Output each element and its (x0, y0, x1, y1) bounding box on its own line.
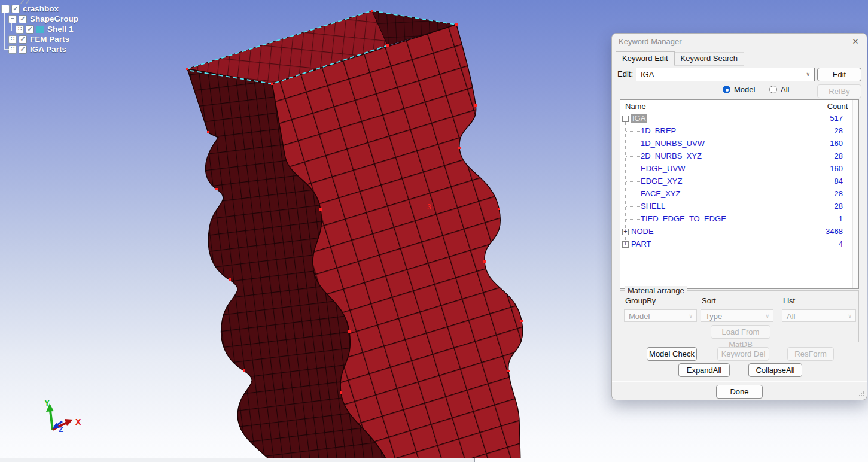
keyword-name[interactable]: IGA (631, 114, 647, 123)
close-icon[interactable]: ✕ (850, 37, 861, 47)
list-value: All (787, 312, 795, 321)
part-color-swatch[interactable] (36, 26, 44, 33)
keyword-count: 28 (835, 189, 843, 198)
viewport-3d[interactable]: 3 Y X Z −✓crashbox−✓ShapeGroup∷✓Shell 1∷… (0, 0, 868, 462)
radio-all-label: All (781, 85, 789, 94)
radio-model[interactable]: Model (723, 85, 755, 94)
keyword-row[interactable]: −IGA517 (620, 113, 852, 125)
keyword-name[interactable]: 2D_NURBS_XYZ (641, 151, 702, 160)
model-check-button[interactable]: Model Check (647, 347, 697, 361)
model-tree-item[interactable]: −✓crashbox (0, 4, 59, 14)
keyword-name[interactable]: FACE_XYZ (641, 189, 680, 198)
visibility-checkbox[interactable]: ✓ (11, 5, 20, 13)
keyword-name[interactable]: SHELL (641, 202, 665, 211)
chevron-down-icon[interactable]: ∨ (806, 68, 810, 81)
tree-connector-stub (5, 19, 9, 19)
tree-connector-stub (5, 39, 9, 39)
tree-connector-stub (12, 29, 16, 29)
collapse-expander-icon[interactable]: − (8, 15, 17, 23)
keyword-row[interactable]: 2D_NURBS_XYZ28 (620, 150, 852, 163)
tab-keyword-search[interactable]: Keyword Search (675, 52, 744, 66)
tree-dotted-stub (626, 194, 640, 194)
collapse-expander-icon[interactable]: − (1, 5, 10, 13)
model-tree-item[interactable]: −✓ShapeGroup (0, 14, 78, 24)
keyword-count: 1 (839, 214, 843, 223)
keyword-row[interactable]: EDGE_UVW160 (620, 163, 852, 175)
chevron-down-icon: ∨ (689, 310, 693, 323)
keyword-count: 84 (835, 177, 843, 186)
keyword-name[interactable]: TIED_EDGE_TO_EDGE (641, 214, 726, 223)
keyword-row[interactable]: 1D_NURBS_UVW160 (620, 138, 852, 150)
leaf-grid-icon[interactable]: ∷ (8, 45, 17, 54)
axis-triad: Y X Z (44, 398, 81, 434)
list-scrollbar[interactable] (852, 100, 858, 288)
groupby-select: Model∨ (624, 309, 697, 322)
load-from-matdb-button: Load From MatDB (711, 325, 770, 339)
visibility-checkbox[interactable]: ✓ (26, 25, 34, 34)
sort-select: Type∨ (701, 309, 773, 322)
material-arrange-group: Material arrange GroupBy Sort List Model… (620, 290, 859, 342)
collapse-icon[interactable]: − (622, 116, 629, 122)
keyword-count: 28 (835, 151, 843, 160)
keyword-name[interactable]: EDGE_UVW (641, 164, 685, 173)
visibility-checkbox[interactable]: ✓ (19, 35, 27, 44)
edit-button[interactable]: Edit (817, 68, 861, 81)
keyword-del-button: Keyword Del (717, 347, 769, 361)
column-header-count: Count (821, 102, 854, 111)
keyword-count: 160 (830, 164, 843, 173)
expand-icon[interactable]: + (622, 241, 629, 248)
tree-dotted-stub (626, 156, 640, 157)
chevron-down-icon: ∨ (765, 310, 769, 323)
done-button[interactable]: Done (716, 385, 763, 399)
dialog-title-bar[interactable]: Keyword Manager ✕ (612, 34, 867, 50)
keyword-count: 4 (839, 239, 843, 248)
keyword-row[interactable]: TIED_EDGE_TO_EDGE1 (620, 213, 852, 226)
edit-combobox[interactable]: IGA ∨ (636, 68, 815, 81)
resize-grip[interactable] (858, 391, 864, 397)
part-id-label: 3 (427, 203, 431, 211)
axis-y-label: Y (44, 398, 50, 408)
keyword-row[interactable]: SHELL28 (620, 200, 852, 213)
tree-dotted-stub (626, 144, 640, 144)
model-tree-label[interactable]: ShapeGroup (30, 14, 78, 23)
dialog-tabs: Keyword Edit Keyword Search (616, 51, 744, 66)
model-tree-label[interactable]: crashbox (23, 4, 59, 13)
scope-radio-group: Model All (612, 85, 817, 97)
keyword-name[interactable]: PART (631, 239, 651, 248)
keyword-row[interactable]: +PART4 (620, 238, 852, 251)
keyword-name[interactable]: 1D_BREP (641, 126, 676, 135)
visibility-checkbox[interactable]: ✓ (19, 15, 27, 23)
keyword-row[interactable]: FACE_XYZ28 (620, 188, 852, 200)
axis-x-label: X (75, 417, 81, 427)
keyword-row[interactable]: EDGE_XYZ84 (620, 175, 852, 188)
expand-icon[interactable]: + (622, 229, 629, 235)
keyword-row[interactable]: 1D_BREP28 (620, 125, 852, 138)
tree-dotted-stub (626, 181, 640, 182)
list-label: List (783, 296, 795, 305)
model-tree-label[interactable]: FEM Parts (30, 35, 69, 44)
dialog-title: Keyword Manager (619, 37, 682, 46)
status-bar-right (474, 458, 868, 462)
collapse-all-button[interactable]: CollapseAll (748, 363, 802, 377)
model-tree: −✓crashbox−✓ShapeGroup∷✓Shell 1∷✓FEM Par… (0, 0, 144, 60)
expand-all-button[interactable]: ExpandAll (678, 363, 730, 377)
model-tree-item[interactable]: ∷✓FEM Parts (0, 34, 69, 44)
keyword-row[interactable]: +NODE3468 (620, 226, 852, 238)
visibility-checkbox[interactable]: ✓ (19, 45, 27, 54)
keyword-name[interactable]: EDGE_XYZ (641, 177, 682, 186)
keyword-name[interactable]: NODE (631, 227, 654, 236)
leaf-grid-icon[interactable]: ∷ (8, 35, 17, 44)
model-tree-item[interactable]: ∷✓IGA Parts (0, 44, 66, 54)
keyword-name[interactable]: 1D_NURBS_UVW (641, 139, 705, 148)
leaf-grid-icon[interactable]: ∷ (16, 25, 24, 34)
tree-dotted-stub (626, 169, 640, 169)
chevron-down-icon: ∨ (848, 310, 852, 323)
model-tree-label[interactable]: Shell 1 (47, 25, 74, 34)
status-bar (0, 458, 868, 462)
model-tree-label[interactable]: IGA Parts (30, 45, 66, 54)
refby-button: RefBy (817, 84, 861, 98)
tab-keyword-edit[interactable]: Keyword Edit (616, 51, 675, 66)
dialog-separator (612, 381, 867, 382)
model-tree-item[interactable]: ∷✓Shell 1 (0, 24, 74, 34)
radio-all[interactable]: All (769, 85, 789, 94)
